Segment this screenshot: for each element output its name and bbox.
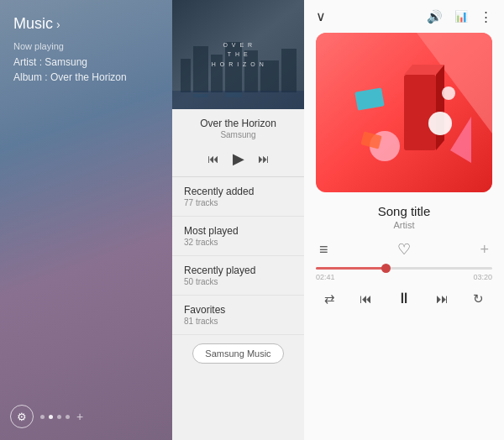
right-song-title: Song title (304, 204, 504, 218)
left-panel: Music › Now playing Artist : Samsung Alb… (0, 0, 172, 440)
current-time: 02:41 (316, 273, 335, 281)
playlist-item-favorites[interactable]: Favorites 81 tracks (172, 296, 304, 335)
dot-1[interactable] (40, 415, 45, 419)
chevron-right-icon[interactable]: › (56, 18, 60, 31)
music-title: Music (13, 15, 53, 33)
album-visual-svg (316, 33, 492, 192)
right-song-artist: Artist (304, 220, 504, 230)
right-song-info: Song title Artist (304, 201, 504, 237)
playlist-item-recently-added[interactable]: Recently added 77 tracks (172, 177, 304, 217)
progress-track[interactable] (316, 267, 492, 270)
album-label: Album : Over the Horizon (0, 70, 172, 93)
pause-button[interactable]: ⏸ (396, 290, 412, 307)
prev-button[interactable]: ⏮ (207, 152, 219, 165)
prev-track-button[interactable]: ⏮ (360, 291, 372, 306)
time-row: 02:41 03:20 (316, 273, 492, 281)
add-to-playlist-icon[interactable]: + (480, 241, 489, 259)
right-header: ∨ 🔊 📊 ⋮ (304, 0, 504, 29)
svg-point-20 (442, 86, 455, 100)
progress-fill (316, 267, 386, 270)
svg-point-17 (428, 112, 452, 135)
album-art: O V E R T H E H O R I Z O N (172, 0, 304, 109)
equalizer-icon[interactable]: 📊 (454, 10, 468, 23)
playlist-title-0: Recently added (184, 186, 292, 197)
add-page-icon[interactable]: + (76, 410, 83, 423)
action-row: ≡ ♡ + (304, 237, 504, 262)
right-panel: ∨ 🔊 📊 ⋮ (304, 0, 504, 440)
playlist-count-3: 81 tracks (184, 317, 292, 326)
page-dots (40, 415, 70, 419)
middle-player-controls: ⏮ ▶ ⏭ (207, 144, 270, 176)
album-art-line2: T H E (228, 50, 249, 59)
playlist-title-3: Favorites (184, 304, 292, 316)
now-playing-label: Now playing (0, 39, 172, 55)
playlist-item-recently-played[interactable]: Recently played 50 tracks (172, 256, 304, 296)
album-art-text-overlay: O V E R T H E H O R I Z O N (172, 0, 304, 109)
album-art-line1: O V E R (223, 40, 253, 50)
next-track-button[interactable]: ⏭ (436, 291, 449, 306)
shuffle-button[interactable]: ⇄ (324, 291, 335, 306)
middle-song-artist: Samsung (179, 130, 297, 139)
repeat-button[interactable]: ↻ (473, 291, 484, 306)
album-art-line3: H O R I Z O N (212, 60, 265, 69)
left-header: Music › (0, 0, 172, 39)
volume-icon[interactable]: 🔊 (427, 9, 443, 24)
playlist-title-1: Most played (184, 225, 292, 237)
svg-rect-13 (404, 75, 436, 150)
artist-label: Artist : Samsung (0, 55, 172, 70)
svg-marker-15 (436, 65, 444, 150)
playlist-title-2: Recently played (184, 265, 292, 276)
right-header-left: ∨ (316, 8, 326, 24)
dot-3[interactable] (57, 415, 61, 419)
middle-song-name: Over the Horizon (179, 118, 297, 129)
next-button[interactable]: ⏭ (258, 152, 270, 165)
progress-thumb (381, 264, 391, 273)
settings-icon[interactable]: ⚙ (10, 405, 34, 428)
middle-song-info: Over the Horizon Samsung (172, 109, 304, 144)
play-button[interactable]: ▶ (233, 149, 244, 168)
bottom-controls: ⇄ ⏮ ⏸ ⏭ ↻ (304, 283, 504, 316)
album-visual (316, 33, 492, 192)
playlist-item-most-played[interactable]: Most played 32 tracks (172, 217, 304, 256)
samsung-music-button[interactable]: Samsung Music (192, 343, 283, 364)
playlist-count-1: 32 tracks (184, 238, 292, 247)
more-options-icon[interactable]: ⋮ (480, 9, 492, 24)
chevron-down-icon[interactable]: ∨ (316, 8, 326, 24)
playlist-count-0: 77 tracks (184, 198, 292, 207)
favorite-icon[interactable]: ♡ (397, 240, 411, 259)
playlist-count-2: 50 tracks (184, 277, 292, 286)
progress-bar-container: 02:41 03:20 (304, 262, 504, 283)
dot-4[interactable] (66, 415, 70, 419)
middle-panel: O V E R T H E H O R I Z O N Over the Hor… (172, 0, 304, 440)
total-time: 03:20 (473, 273, 492, 281)
playlist-queue-icon[interactable]: ≡ (319, 241, 328, 259)
left-bottom-bar: ⚙ + (0, 395, 172, 440)
right-header-icons: 🔊 📊 ⋮ (427, 9, 492, 24)
dot-2[interactable] (49, 415, 53, 419)
